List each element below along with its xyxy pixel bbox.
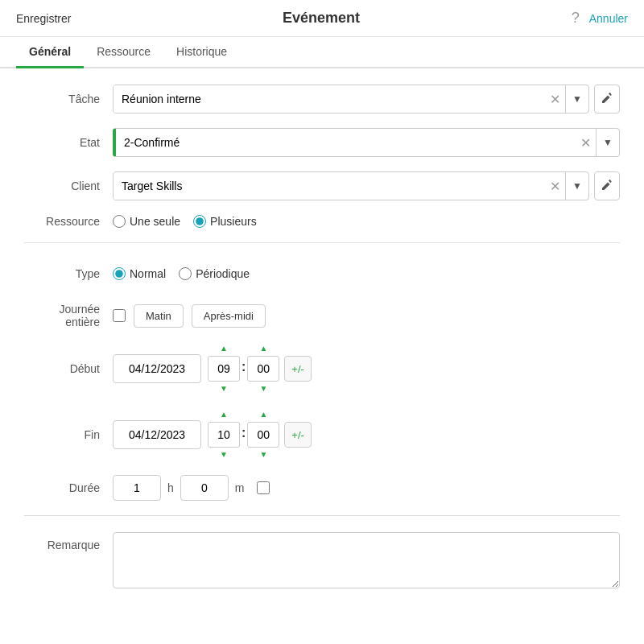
fin-hour-spinner: ▲ ▼ bbox=[208, 409, 240, 460]
type-periodique-radio[interactable] bbox=[179, 267, 192, 280]
tache-clear-button[interactable]: ✕ bbox=[545, 92, 565, 107]
client-row: Client ✕ ▼ bbox=[24, 171, 620, 200]
duree-m-unit: m bbox=[235, 481, 245, 494]
fin-hour-down-button[interactable]: ▼ bbox=[217, 449, 231, 460]
ressource-plusieurs-radio[interactable] bbox=[193, 215, 206, 228]
client-dropdown-button[interactable]: ▼ bbox=[565, 172, 588, 200]
tache-input[interactable] bbox=[114, 85, 545, 113]
tab-general[interactable]: Général bbox=[16, 37, 84, 68]
tache-label: Tâche bbox=[24, 93, 113, 105]
ressource-une-seule-radio[interactable] bbox=[113, 215, 126, 228]
debut-date-input[interactable] bbox=[113, 354, 201, 383]
fin-field: ▲ ▼ : ▲ ▼ +/- bbox=[113, 409, 620, 460]
fin-plusminus-button[interactable]: +/- bbox=[284, 422, 312, 448]
type-label: Type bbox=[24, 267, 113, 280]
tache-edit-button[interactable] bbox=[594, 85, 620, 114]
etat-dropdown-button[interactable]: ▼ bbox=[596, 129, 619, 156]
duree-minutes-input[interactable] bbox=[180, 475, 229, 501]
remarque-textarea[interactable] bbox=[113, 532, 620, 588]
etat-row: Etat ✕ ▼ bbox=[24, 128, 620, 157]
duree-h-unit: h bbox=[167, 481, 174, 494]
divider-1 bbox=[24, 242, 620, 243]
debut-hour-spinner: ▲ ▼ bbox=[208, 343, 240, 394]
etat-clear-button[interactable]: ✕ bbox=[576, 135, 596, 151]
debut-minute-up-button[interactable]: ▲ bbox=[256, 343, 270, 354]
debut-minute-input[interactable] bbox=[247, 356, 279, 382]
fin-row: Fin ▲ ▼ : ▲ ▼ +/- bbox=[24, 409, 620, 460]
tab-ressource[interactable]: Ressource bbox=[84, 37, 163, 68]
fin-minute-down-button[interactable]: ▼ bbox=[256, 449, 270, 460]
header: Enregistrer Evénement ? Annuler bbox=[0, 0, 644, 37]
debut-hour-up-button[interactable]: ▲ bbox=[217, 343, 231, 354]
ressource-plusieurs[interactable]: Plusieurs bbox=[193, 215, 257, 228]
ressource-field: Une seule Plusieurs bbox=[113, 215, 620, 228]
duree-field: h m bbox=[113, 475, 620, 501]
divider-2 bbox=[24, 515, 620, 516]
tache-row: Tâche ✕ ▼ bbox=[24, 85, 620, 114]
duree-hours-input[interactable] bbox=[113, 475, 161, 501]
type-periodique[interactable]: Périodique bbox=[179, 267, 250, 280]
tache-input-group: ✕ ▼ bbox=[113, 85, 589, 114]
save-button[interactable]: Enregistrer bbox=[16, 12, 71, 25]
client-label: Client bbox=[24, 180, 113, 192]
form-content: Tâche ✕ ▼ Etat ✕ ▼ Client bbox=[0, 68, 644, 619]
client-field: ✕ ▼ bbox=[113, 171, 620, 200]
type-radio-group: Normal Périodique bbox=[113, 267, 250, 280]
remarque-field bbox=[113, 532, 620, 588]
cancel-button[interactable]: Annuler bbox=[589, 12, 628, 25]
journee-field: Matin Après-midi bbox=[113, 304, 620, 328]
duree-checkbox[interactable] bbox=[257, 481, 270, 494]
debut-minute-spinner: ▲ ▼ bbox=[247, 343, 279, 394]
edit-icon-2 bbox=[601, 180, 613, 191]
type-row: Type Normal Périodique bbox=[24, 259, 620, 288]
debut-hour-input[interactable] bbox=[208, 356, 240, 382]
tache-dropdown-button[interactable]: ▼ bbox=[565, 85, 588, 113]
fin-minute-spinner: ▲ ▼ bbox=[247, 409, 279, 460]
client-edit-button[interactable] bbox=[594, 171, 620, 200]
etat-input[interactable] bbox=[116, 129, 576, 156]
type-normal[interactable]: Normal bbox=[113, 267, 166, 280]
fin-hour-input[interactable] bbox=[208, 422, 240, 448]
matin-button[interactable]: Matin bbox=[134, 304, 184, 328]
client-input[interactable] bbox=[114, 172, 545, 200]
debut-plusminus-button[interactable]: +/- bbox=[284, 356, 312, 382]
ressource-une-seule[interactable]: Une seule bbox=[113, 215, 180, 228]
fin-hour-up-button[interactable]: ▲ bbox=[217, 409, 231, 420]
debut-hour-down-button[interactable]: ▼ bbox=[217, 383, 231, 394]
fin-minute-up-button[interactable]: ▲ bbox=[256, 409, 270, 420]
header-right: ? Annuler bbox=[572, 10, 628, 27]
apres-midi-button[interactable]: Après-midi bbox=[192, 304, 266, 328]
type-normal-radio[interactable] bbox=[113, 267, 126, 280]
debut-field: ▲ ▼ : ▲ ▼ +/- bbox=[113, 343, 620, 394]
fin-time-separator: : bbox=[242, 426, 246, 444]
journee-label: Journée entière bbox=[24, 303, 113, 328]
edit-icon bbox=[601, 93, 613, 104]
journee-checkbox-item bbox=[113, 309, 126, 322]
fin-minute-input[interactable] bbox=[247, 422, 279, 448]
ressource-plusieurs-label: Plusieurs bbox=[210, 215, 257, 228]
journee-row: Journée entière Matin Après-midi bbox=[24, 303, 620, 328]
tabs-bar: Général Ressource Historique bbox=[0, 37, 644, 68]
ressource-une-seule-label: Une seule bbox=[130, 215, 180, 228]
debut-row: Début ▲ ▼ : ▲ ▼ +/- bbox=[24, 343, 620, 394]
duree-row: Durée h m bbox=[24, 475, 620, 501]
fin-date-input[interactable] bbox=[113, 420, 201, 449]
remarque-label: Remarque bbox=[24, 532, 113, 551]
fin-label: Fin bbox=[24, 428, 113, 441]
debut-minute-down-button[interactable]: ▼ bbox=[256, 383, 270, 394]
etat-input-group: ✕ ▼ bbox=[113, 128, 620, 157]
client-input-group: ✕ ▼ bbox=[113, 171, 589, 200]
help-icon[interactable]: ? bbox=[572, 10, 580, 27]
type-periodique-label: Périodique bbox=[196, 267, 250, 280]
etat-label: Etat bbox=[24, 136, 113, 149]
ressource-row: Ressource Une seule Plusieurs bbox=[24, 215, 620, 228]
debut-label: Début bbox=[24, 362, 113, 375]
ressource-label: Ressource bbox=[24, 215, 113, 228]
client-clear-button[interactable]: ✕ bbox=[545, 179, 565, 194]
page-title: Evénement bbox=[283, 10, 360, 27]
remarque-row: Remarque bbox=[24, 532, 620, 588]
ressource-radio-group: Une seule Plusieurs bbox=[113, 215, 257, 228]
type-normal-label: Normal bbox=[130, 267, 166, 280]
journee-checkbox[interactable] bbox=[113, 309, 126, 322]
tab-historique[interactable]: Historique bbox=[163, 37, 240, 68]
